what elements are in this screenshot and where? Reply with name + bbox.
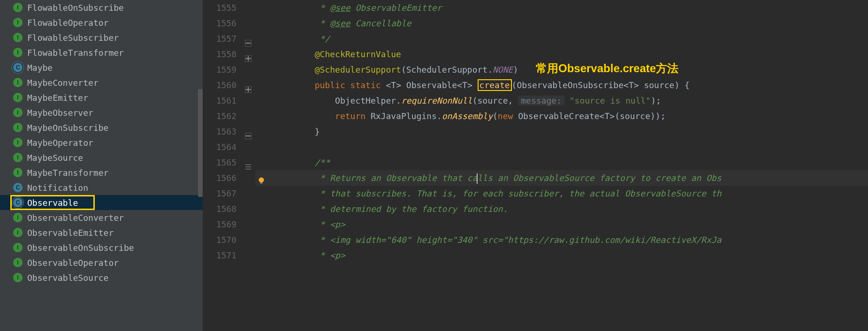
tree-item-flowablesubscriber[interactable]: FlowableSubscriber [0,30,203,45]
line-number: 1559 [203,62,244,77]
fold-cell[interactable] [244,93,255,108]
ide-root: FlowableOnSubscribeFlowableOperatorFlowa… [0,0,868,331]
fold-cell[interactable] [244,46,255,62]
tree-item-flowableoperator[interactable]: FlowableOperator [0,15,203,30]
tree-item-flowabletransformer[interactable]: FlowableTransformer [0,45,203,60]
tree-item-flowableonsubscribe[interactable]: FlowableOnSubscribe [0,0,203,15]
class-icon [13,198,23,207]
tree-item-label: MaybeTransformer [27,168,108,178]
code-editor[interactable]: 1555155615571558155915601561156215631564… [203,0,868,331]
tree-item-label: ObservableEmitter [27,228,114,238]
fold-cell[interactable] [244,155,255,170]
interface-icon [13,93,23,102]
code-line[interactable]: * Returns an Observable that calls an Ob… [255,170,868,186]
fold-cell[interactable] [244,77,255,93]
code-line[interactable]: /** [255,155,868,170]
class-icon [13,183,23,192]
fold-cell[interactable] [244,0,255,15]
tree-item-label: MaybeOnSubscribe [27,123,108,133]
tree-item-label: FlowableTransformer [27,48,124,58]
tree-item-observableoperator[interactable]: ObservableOperator [0,255,203,270]
fold-cell[interactable] [244,62,255,77]
tree-item-observableemitter[interactable]: ObservableEmitter [0,225,203,240]
line-number: 1569 [203,217,244,232]
code-line[interactable]: * that subscribes. That is, for each sub… [255,186,868,201]
interface-icon [13,243,23,252]
tree-item-observableonsubscribe[interactable]: ObservableOnSubscribe [0,240,203,255]
code-line[interactable]: * @see ObservableEmitter [255,0,868,15]
tree-item-maybeoperator[interactable]: MaybeOperator [0,135,203,150]
interface-icon [13,123,23,132]
tree-item-label: Notification [27,183,88,193]
interface-icon [13,228,23,237]
code-line[interactable]: * <img width="640" height="340" src="htt… [255,232,868,248]
highlighted-method: create [478,79,512,91]
code-area[interactable]: * @see ObservableEmitter * @see Cancella… [255,0,868,331]
interface-icon [13,48,23,57]
fold-toggle-icon[interactable] [245,51,251,58]
fold-cell[interactable] [244,201,255,217]
tree-item-maybeemitter[interactable]: MaybeEmitter [0,90,203,105]
interface-icon [13,153,23,162]
code-line[interactable]: * @see Cancellable [255,15,868,31]
tree-item-label: ObservableSource [27,273,108,283]
code-line[interactable]: } [255,124,868,139]
toc-icon[interactable] [245,159,251,166]
code-line[interactable]: */ [255,31,868,46]
tree-item-observablesource[interactable]: ObservableSource [0,270,203,285]
tree-item-maybeobserver[interactable]: MaybeObserver [0,105,203,120]
fold-cell[interactable] [244,217,255,232]
project-tree[interactable]: FlowableOnSubscribeFlowableOperatorFlowa… [0,0,203,331]
fold-cell[interactable] [244,139,255,155]
fold-cell[interactable] [244,15,255,31]
interface-icon [13,18,23,27]
interface-icon [13,78,23,87]
line-number: 1557 [203,31,244,46]
fold-gutter[interactable] [244,0,255,331]
code-line[interactable]: * determined by the factory function. [255,201,868,217]
line-number: 1555 [203,0,244,15]
code-line[interactable]: * <p> [255,217,868,232]
line-number: 1565 [203,155,244,170]
tree-item-maybeconverter[interactable]: MaybeConverter [0,75,203,90]
fold-cell[interactable] [244,170,255,186]
code-line[interactable]: return RxJavaPlugins.onAssembly(new Obse… [255,108,868,124]
fold-toggle-icon[interactable] [245,128,251,135]
fold-cell[interactable] [244,232,255,248]
fold-toggle-icon[interactable] [245,36,251,42]
code-line[interactable]: @CheckReturnValue [255,46,868,62]
sidebar-scrollbar[interactable] [198,89,203,197]
tree-item-maybesource[interactable]: MaybeSource [0,150,203,165]
tree-item-maybetransformer[interactable]: MaybeTransformer [0,165,203,180]
tree-item-maybeonsubscribe[interactable]: MaybeOnSubscribe [0,120,203,135]
line-number: 1567 [203,186,244,201]
fold-cell[interactable] [244,124,255,139]
interface-icon [13,273,23,282]
fold-cell[interactable] [244,186,255,201]
tree-item-label: Maybe [27,63,53,73]
fold-cell[interactable] [244,108,255,124]
code-line[interactable]: public static <T> Observable<T> create(O… [255,77,868,93]
tree-item-maybe[interactable]: Maybe [0,60,203,75]
tree-item-notification[interactable]: Notification [0,180,203,195]
code-line[interactable]: ObjectHelper.requireNonNull(source, mess… [255,93,868,108]
svg-rect-8 [260,182,263,183]
line-number: 1571 [203,248,244,263]
tree-item-label: MaybeSource [27,153,83,163]
tree-item-label: MaybeObserver [27,108,93,118]
line-number: 1560 [203,77,244,93]
tree-item-observableconverter[interactable]: ObservableConverter [0,210,203,225]
fold-cell[interactable] [244,31,255,46]
code-line[interactable] [255,139,868,155]
fold-cell[interactable] [244,248,255,263]
tree-item-label: FlowableSubscriber [27,33,119,43]
interface-icon [13,108,23,117]
intention-bulb-icon[interactable] [257,174,266,182]
tree-item-label: Observable [27,198,78,208]
code-line[interactable]: * <p> [255,248,868,263]
line-number: 1561 [203,93,244,108]
tree-item-observable[interactable]: Observable [0,195,203,210]
fold-toggle-icon[interactable] [245,82,251,89]
tree-item-label: ObservableOnSubscribe [27,243,134,253]
line-number: 1564 [203,139,244,155]
